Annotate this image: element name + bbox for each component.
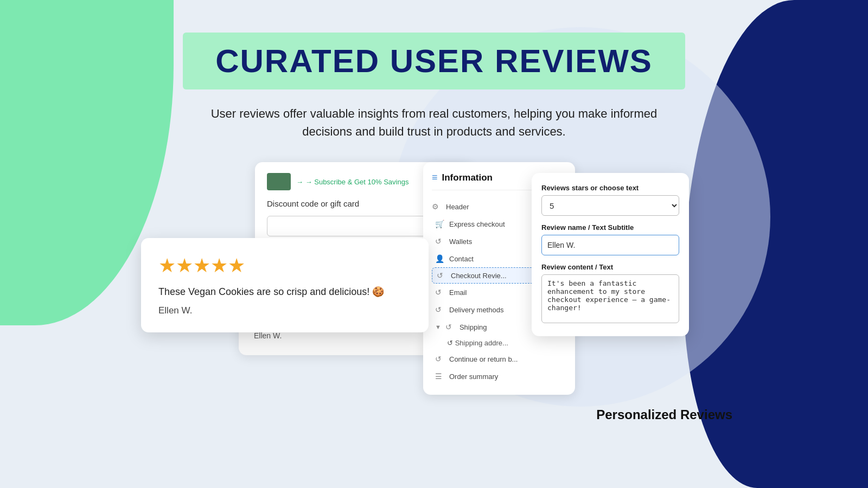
info-menu-order-label: Order summary (449, 373, 498, 381)
refresh-icon-1: ↺ (435, 237, 445, 246)
page-content: CURATED USER REVIEWS User reviews offer … (0, 0, 868, 390)
page-title: CURATED USER REVIEWS (215, 42, 653, 80)
info-menu-order-summary[interactable]: ☰ Order summary (432, 368, 566, 385)
info-menu-checkout-label: Checkout Revie... (451, 272, 507, 280)
refresh-icon-4: ↺ (435, 305, 445, 314)
reviewer-name-input[interactable] (541, 235, 679, 255)
refresh-icon-6: ↺ (447, 339, 453, 347)
info-menu-express-label: Express checkout (449, 220, 505, 228)
info-menu-continue[interactable]: ↺ Continue or return b... (432, 350, 566, 368)
info-menu-contact-label: Contact (449, 255, 474, 263)
info-menu-wallets-label: Wallets (449, 237, 472, 246)
personalized-reviews-label: Personalized Reviews (596, 407, 732, 422)
promo-link[interactable]: → → Subscribe & Get 10% Savings (296, 178, 409, 186)
stars-select[interactable]: 5 4 3 2 1 (541, 195, 679, 216)
stars-form-label: Reviews stars or choose text (541, 184, 679, 192)
info-panel-icon: ≡ (432, 172, 438, 183)
name-form-label: Review name / Text Subtitle (541, 223, 679, 232)
info-panel-title: Information (442, 172, 493, 183)
info-menu-shipping-label: Shipping (459, 323, 487, 331)
review-front-stars: ★★★★★ (158, 254, 411, 277)
info-menu-address-label: Shipping addre... (455, 339, 508, 347)
refresh-icon-7: ↺ (435, 355, 445, 363)
review-front-author: Ellen W. (158, 305, 411, 316)
info-menu-continue-label: Continue or return b... (449, 355, 518, 363)
promo-image (267, 173, 291, 190)
page-subtitle: User reviews offer valuable insights fro… (201, 105, 667, 140)
review-content-textarea[interactable]: It's been a fantastic enhancement to my … (541, 274, 679, 323)
review-card-front: ★★★★★ These Vegan Cookies are so crisp a… (141, 238, 429, 332)
promo-arrow-icon: → (296, 178, 303, 186)
chevron-down-icon: ▼ (435, 324, 441, 330)
review-back-author: Ellen W. (254, 331, 435, 340)
refresh-icon-5: ↺ (445, 323, 455, 331)
discount-input[interactable] (267, 216, 433, 236)
info-menu-header-label: Header (446, 203, 469, 211)
info-menu-delivery-label: Delivery methods (449, 306, 503, 314)
info-menu-shipping-address[interactable]: ↺ Shipping addre... (432, 336, 566, 350)
stars-select-wrap[interactable]: 5 4 3 2 1 (541, 195, 679, 216)
review-form-panel: Reviews stars or choose text 5 4 3 2 1 R… (532, 173, 689, 336)
promo-text: → Subscribe & Get 10% Savings (305, 178, 409, 186)
screenshots-area: ★★★★★ These Vegan Cookies are so crisp a… (108, 162, 760, 390)
review-front-text: These Vegan Cookies are so crisp and del… (158, 286, 411, 298)
title-banner: CURATED USER REVIEWS (183, 33, 685, 89)
refresh-icon-2: ↺ (437, 271, 446, 280)
settings-icon: ⚙ (432, 202, 442, 211)
content-form-label: Review content / Text (541, 263, 679, 271)
refresh-icon-3: ↺ (435, 288, 445, 297)
info-menu-email-label: Email (449, 288, 467, 297)
cart-icon: 🛒 (435, 220, 445, 228)
person-icon: 👤 (435, 254, 445, 263)
list-icon: ☰ (435, 372, 445, 381)
